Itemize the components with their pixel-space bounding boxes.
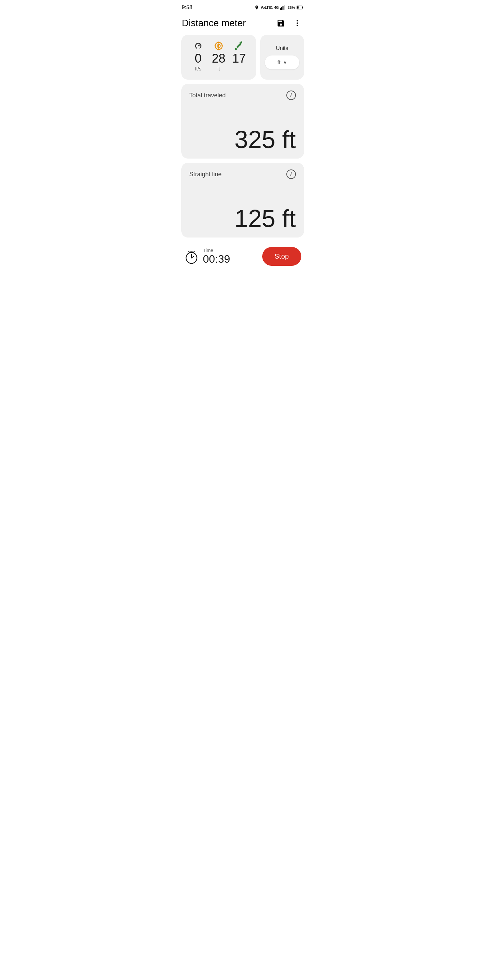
svg-rect-3 — [284, 5, 285, 10]
more-options-button[interactable] — [291, 17, 304, 29]
svg-rect-27 — [190, 251, 193, 253]
svg-rect-22 — [239, 43, 240, 43]
page-title: Distance meter — [182, 18, 246, 29]
timer-text: Time 00:39 — [203, 248, 230, 265]
svg-line-28 — [188, 251, 189, 252]
header: Distance meter — [176, 14, 310, 35]
total-traveled-card: Total traveled i 325 ft — [181, 84, 304, 159]
svg-rect-6 — [302, 7, 303, 8]
more-options-icon — [293, 19, 301, 27]
time-label: Time — [203, 248, 230, 253]
status-bar: 9:58 VoLTE1 4G 26% — [176, 0, 310, 14]
svg-line-29 — [194, 251, 194, 252]
top-row: 0 ft/s 28 ft — [176, 35, 310, 80]
svg-rect-5 — [297, 6, 299, 9]
straight-line-card: Straight line i 125 ft — [181, 163, 304, 237]
stopwatch-icon — [184, 249, 199, 264]
chevron-down-icon: ∨ — [283, 60, 287, 65]
total-traveled-value: 325 ft — [189, 121, 296, 152]
svg-point-8 — [297, 22, 298, 24]
4g-indicator: 4G — [274, 6, 278, 10]
speed-metric: 0 ft/s — [188, 41, 208, 72]
gps-accuracy-value: 28 — [212, 52, 226, 65]
timer-section: Time 00:39 — [184, 248, 230, 265]
total-traveled-info-button[interactable]: i — [286, 91, 296, 100]
straight-line-value: 125 ft — [189, 199, 296, 231]
lte-indicator: VoLTE1 — [261, 6, 273, 10]
units-dropdown[interactable]: ft ∨ — [265, 56, 299, 69]
bottom-bar: Time 00:39 Stop — [176, 242, 310, 277]
gps-icon — [214, 41, 223, 51]
svg-line-10 — [198, 45, 200, 46]
units-card: Units ft ∨ — [260, 35, 304, 80]
battery-icon — [297, 5, 304, 10]
satellites-metric: 17 — [229, 41, 249, 72]
save-icon — [277, 19, 285, 27]
stop-button[interactable]: Stop — [262, 247, 301, 266]
satellites-value: 17 — [232, 52, 246, 65]
gps-accuracy-metric: 28 ft — [208, 41, 229, 72]
metrics-icons-row: 0 ft/s 28 ft — [188, 41, 250, 72]
svg-rect-2 — [283, 6, 284, 10]
status-icons: VoLTE1 4G 26% — [254, 5, 303, 10]
stopwatch-icon-wrap — [184, 249, 199, 264]
gps-accuracy-unit: ft — [217, 66, 220, 72]
units-selected: ft — [277, 59, 281, 66]
speed-value: 0 — [195, 52, 202, 65]
svg-point-20 — [235, 48, 237, 50]
location-icon — [254, 5, 259, 10]
svg-rect-23 — [241, 41, 242, 42]
svg-point-7 — [297, 20, 298, 21]
signal-icon — [280, 5, 286, 10]
satellite-icon — [234, 41, 244, 51]
save-button[interactable] — [275, 17, 287, 29]
svg-rect-0 — [280, 8, 281, 10]
battery-percent: 26% — [288, 5, 295, 10]
total-traveled-header: Total traveled i — [189, 91, 296, 100]
speed-unit: ft/s — [195, 66, 201, 72]
svg-point-13 — [218, 45, 219, 47]
status-time: 9:58 — [182, 5, 192, 11]
straight-line-header: Straight line i — [189, 169, 296, 179]
speedometer-icon — [194, 41, 203, 51]
svg-point-9 — [297, 25, 298, 26]
straight-line-info-button[interactable]: i — [286, 169, 296, 179]
units-label: Units — [276, 45, 288, 51]
svg-rect-21 — [240, 42, 242, 43]
metrics-card: 0 ft/s 28 ft — [181, 35, 256, 80]
svg-rect-1 — [281, 7, 282, 10]
straight-line-label: Straight line — [189, 171, 222, 178]
header-actions — [275, 17, 304, 29]
time-value: 00:39 — [203, 253, 230, 265]
total-traveled-label: Total traveled — [189, 92, 226, 99]
